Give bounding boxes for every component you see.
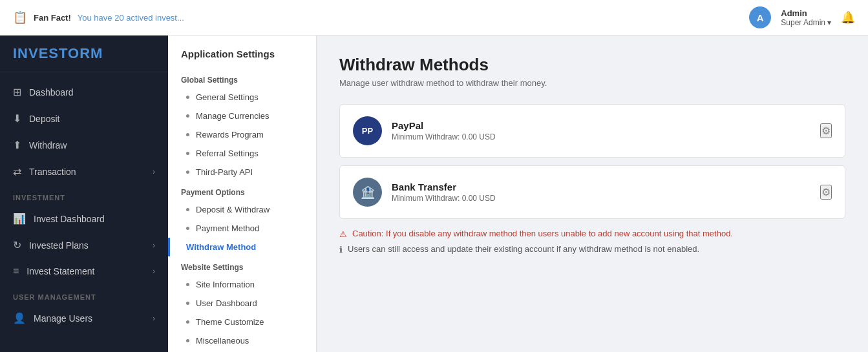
deposit-icon: ⬇ <box>13 112 21 125</box>
bank-settings-button[interactable]: ⚙ <box>820 185 832 200</box>
mid-section-website: Website Settings <box>168 256 316 275</box>
method-card-paypal: PP PayPal Minimum Withdraw: 0.00 USD ⚙ <box>339 104 845 158</box>
mid-item-rewards-program[interactable]: Rewards Program <box>168 125 316 144</box>
layout: INVESTORM ⊞ Dashboard ⬇ Deposit ⬆ Withdr… <box>0 36 868 352</box>
fan-fact-text: You have 20 actived invest... <box>78 13 184 23</box>
manage-users-icon: 👤 <box>13 312 26 324</box>
dashboard-icon: ⊞ <box>13 86 21 98</box>
sidebar-item-label: Deposit <box>29 114 59 124</box>
invested-plans-icon: ↻ <box>13 239 21 251</box>
mid-item-theme-customize[interactable]: Theme Customize <box>168 313 316 331</box>
sidebar-logo: INVESTORM <box>0 36 168 72</box>
sidebar: INVESTORM ⊞ Dashboard ⬇ Deposit ⬆ Withdr… <box>0 36 168 352</box>
notice-warn-text: Caution: If you disable any withdraw met… <box>352 229 733 238</box>
sidebar-item-invest-dashboard[interactable]: 📊 Invest Dashboard <box>0 205 168 232</box>
fan-fact-label: Fan Fact! <box>34 13 71 23</box>
withdraw-icon: ⬆ <box>13 139 21 151</box>
warning-icon: ⚠ <box>339 229 347 239</box>
notice-info: ℹ Users can still access and update thei… <box>339 244 845 254</box>
sidebar-item-label: Withdraw <box>29 140 67 150</box>
sidebar-item-label: Invest Statement <box>26 266 94 276</box>
logo-orm: ORM <box>68 45 103 61</box>
admin-name: Admin <box>781 8 831 18</box>
paypal-settings-button[interactable]: ⚙ <box>820 123 832 138</box>
chevron-right-icon: › <box>153 167 155 176</box>
topbar-right: A Admin Super Admin ▾ 🔔 <box>749 6 855 28</box>
middle-panel-title: Application Settings <box>168 48 316 69</box>
invest-statement-icon: ≡ <box>13 265 19 277</box>
mid-item-third-party-api[interactable]: Third-Party API <box>168 163 316 181</box>
mid-section-payment: Payment Options <box>168 181 316 200</box>
sidebar-nav: ⊞ Dashboard ⬇ Deposit ⬆ Withdraw ⇄ Trans… <box>0 72 168 352</box>
page-title: Withdraw Methods <box>339 55 845 75</box>
chevron-down-icon: ▾ <box>827 18 831 27</box>
sidebar-item-label: Transaction <box>29 167 76 177</box>
admin-role[interactable]: Super Admin ▾ <box>781 18 831 27</box>
topbar: 📋 Fan Fact! You have 20 actived invest..… <box>0 0 868 36</box>
dot-icon <box>186 339 189 342</box>
fan-fact-icon: 📋 <box>13 10 27 25</box>
mid-item-miscellaneous[interactable]: Miscellaneous <box>168 331 316 350</box>
logo-invest: INVEST <box>13 45 68 61</box>
paypal-logo: PP <box>353 116 382 145</box>
notice-box: ⚠ Caution: If you disable any withdraw m… <box>339 229 845 254</box>
sidebar-item-label: Dashboard <box>29 87 74 98</box>
bank-name: Bank Transfer <box>392 181 810 192</box>
main-content: Withdraw Methods Manage user withdraw me… <box>317 36 868 352</box>
investment-section-label: INVESTMENT <box>0 185 168 205</box>
sidebar-item-label: Invest Dashboard <box>34 214 105 224</box>
sidebar-item-label: Manage Users <box>34 313 92 324</box>
bank-info: Bank Transfer Minimum Withdraw: 0.00 USD <box>392 181 810 203</box>
mid-item-withdraw-method[interactable]: Withdraw Method <box>168 238 316 256</box>
bank-logo: 🏦 <box>353 178 382 207</box>
invest-dashboard-icon: 📊 <box>13 212 26 225</box>
dot-icon <box>186 114 189 118</box>
notice-info-text: Users can still access and update their … <box>348 244 699 254</box>
dot-icon <box>186 96 189 99</box>
mid-item-deposit-withdraw[interactable]: Deposit & Withdraw <box>168 200 316 219</box>
dot-icon <box>186 171 189 174</box>
mid-item-payment-method[interactable]: Payment Method <box>168 219 316 238</box>
chevron-right-icon: › <box>153 241 155 250</box>
chevron-right-icon: › <box>153 267 155 276</box>
dot-icon <box>186 208 189 211</box>
sidebar-item-manage-users[interactable]: 👤 Manage Users › <box>0 305 168 331</box>
bank-min: Minimum Withdraw: 0.00 USD <box>392 194 810 203</box>
mid-item-manage-currencies[interactable]: Manage Currencies <box>168 107 316 125</box>
mid-item-general-settings[interactable]: General Settings <box>168 88 316 107</box>
page-subtitle: Manage user withdraw method to withdraw … <box>339 78 845 88</box>
dot-icon <box>186 283 189 286</box>
dot-icon <box>186 152 189 155</box>
user-management-section-label: USER MANAGEMENT <box>0 284 168 305</box>
mid-item-referral-settings[interactable]: Referral Settings <box>168 144 316 163</box>
sidebar-item-label: Invested Plans <box>29 240 89 251</box>
mid-item-site-information[interactable]: Site Information <box>168 275 316 294</box>
mid-item-user-dashboard[interactable]: User Dashboard <box>168 294 316 313</box>
dot-icon <box>186 320 189 324</box>
transaction-icon: ⇄ <box>13 165 21 178</box>
bell-icon[interactable]: 🔔 <box>841 10 855 25</box>
info-icon: ℹ <box>339 245 343 254</box>
admin-info: Admin Super Admin ▾ <box>781 8 831 27</box>
dot-icon <box>186 133 189 136</box>
paypal-info: PayPal Minimum Withdraw: 0.00 USD <box>392 120 810 141</box>
paypal-min: Minimum Withdraw: 0.00 USD <box>392 132 810 141</box>
mid-section-global: Global Settings <box>168 69 316 88</box>
middle-panel: Application Settings Global Settings Gen… <box>168 36 317 352</box>
dot-icon <box>186 227 189 230</box>
sidebar-item-invested-plans[interactable]: ↻ Invested Plans › <box>0 232 168 258</box>
sidebar-item-deposit[interactable]: ⬇ Deposit <box>0 105 168 132</box>
sidebar-item-transaction[interactable]: ⇄ Transaction › <box>0 158 168 185</box>
paypal-name: PayPal <box>392 120 810 131</box>
notice-warn: ⚠ Caution: If you disable any withdraw m… <box>339 229 845 239</box>
sidebar-item-dashboard[interactable]: ⊞ Dashboard <box>0 79 168 105</box>
dot-icon <box>186 302 189 305</box>
chevron-right-icon: › <box>153 314 155 323</box>
sidebar-item-invest-statement[interactable]: ≡ Invest Statement › <box>0 258 168 284</box>
avatar[interactable]: A <box>749 6 771 28</box>
sidebar-item-withdraw[interactable]: ⬆ Withdraw <box>0 132 168 158</box>
method-card-bank: 🏦 Bank Transfer Minimum Withdraw: 0.00 U… <box>339 165 845 219</box>
topbar-left: 📋 Fan Fact! You have 20 actived invest..… <box>13 10 184 25</box>
